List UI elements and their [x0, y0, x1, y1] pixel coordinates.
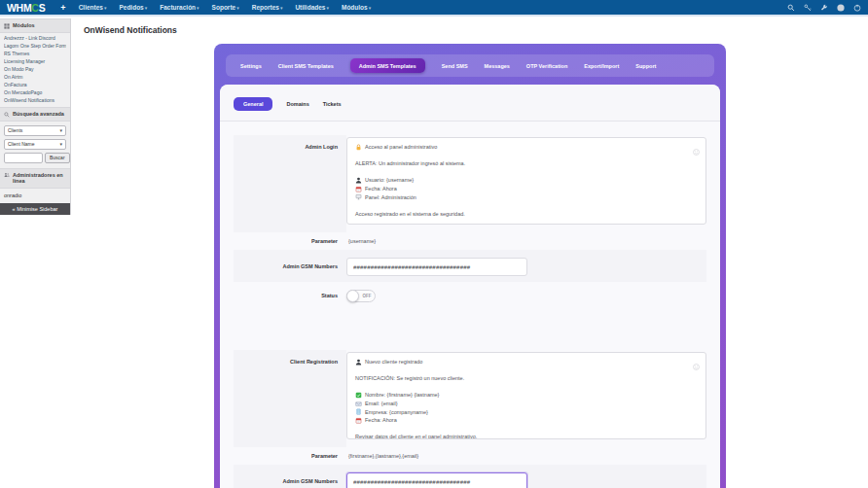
template-line: [355, 383, 698, 392]
chevron-down-icon: ▾: [369, 5, 372, 11]
form-row-status: Status OFF: [234, 282, 706, 309]
tab-settings[interactable]: Settings: [240, 63, 262, 69]
advanced-search: Clients ▾ Client Name ▾ Buscar: [0, 122, 70, 168]
field-label: Admin Login: [234, 135, 346, 232]
navbar-menu-clientes[interactable]: Clientes▾: [79, 4, 107, 11]
tab-messages[interactable]: Messages: [485, 63, 510, 69]
tab-support[interactable]: Support: [635, 63, 656, 69]
navbar-menu-m-dulos[interactable]: Módulos▾: [342, 4, 371, 11]
module-panel: GeneralDomainsTickets Admin Login Acceso…: [220, 85, 720, 488]
status-toggle[interactable]: OFF: [346, 290, 376, 302]
template-line: [355, 201, 698, 210]
people-icon: [4, 172, 10, 178]
chevron-down-icon: ▾: [59, 127, 62, 133]
chevron-down-icon: ▾: [197, 5, 199, 11]
subtab-tickets[interactable]: Tickets: [323, 101, 342, 107]
template-line: Nombre: {firstname} {lastname}: [355, 391, 698, 400]
tab-otp-verification[interactable]: OTP Verification: [526, 63, 567, 69]
chevron-down-icon: ▾: [59, 141, 62, 147]
wrench-icon[interactable]: [820, 4, 828, 12]
page-title: OnWisend Notifications: [84, 25, 868, 35]
tab-admin-sms-templates[interactable]: Admin SMS Templates: [350, 58, 425, 73]
subtab-domains[interactable]: Domains: [286, 101, 308, 107]
admin-avatar[interactable]: [837, 4, 845, 12]
form-row-admin-login: Admin Login Acceso al panel administrati…: [234, 135, 706, 232]
sidebar-link-rs-themes[interactable]: RS Themes: [4, 52, 66, 57]
sidebar-link-on-modo-pay[interactable]: On Modo Pay: [4, 67, 66, 73]
calendar-icon: [355, 417, 362, 424]
navbar-menu-reportes[interactable]: Reportes▾: [252, 4, 283, 11]
navbar-menu-pedidos[interactable]: Pedidos▾: [119, 4, 147, 11]
sidebar-link-licensing-manager[interactable]: Licensing Manager: [4, 59, 66, 65]
chevron-down-icon: ▾: [236, 5, 239, 11]
template-line: [355, 366, 698, 375]
search-icon[interactable]: [787, 4, 795, 12]
navbar-menu-soporte[interactable]: Soporte▾: [212, 4, 239, 11]
emoji-picker-icon[interactable]: [693, 142, 700, 149]
template-line: Nuevo cliente registrado: [355, 358, 698, 366]
add-shortcut-button[interactable]: +: [60, 3, 65, 13]
field-label: Parameter: [234, 238, 346, 244]
top-navbar: WHMCS + Clientes▾Pedidos▾Facturación▾Sop…: [0, 0, 868, 17]
search-type-select[interactable]: Clients ▾: [4, 125, 66, 136]
email-icon: [355, 401, 362, 407]
emoji-picker-icon[interactable]: [693, 357, 700, 364]
tab-export-import[interactable]: Export/Import: [584, 63, 619, 69]
template-line: Acceso registrado en el sistema de segur…: [355, 210, 698, 219]
template-line: Usuario: {username}: [355, 176, 698, 185]
sidebar-link-lagom-one-step-order-form[interactable]: Lagom One Step Order Form: [4, 44, 66, 50]
subtab-general[interactable]: General: [234, 97, 272, 111]
tab-client-sms-templates[interactable]: Client SMS Templates: [278, 63, 334, 69]
admin-login-template-editor[interactable]: Acceso al panel administrativo ALERTA: U…: [346, 137, 706, 225]
calendar-icon: [355, 186, 362, 192]
person-icon: [355, 359, 362, 366]
template-line: Panel: Administración: [355, 193, 698, 202]
template-line: Fecha: Ahora: [355, 185, 698, 193]
grid-icon: [4, 23, 10, 29]
admin-gsm-numbers-input[interactable]: [346, 258, 527, 276]
sidebar-link-andrezzz-link-discord[interactable]: Andrezzz - Link Discord: [4, 36, 66, 42]
logout-power-icon[interactable]: [853, 4, 861, 12]
parameter-value: {username}: [346, 238, 706, 244]
sidebar-link-onwisend-notifications[interactable]: OnWisend Notifications: [4, 98, 66, 104]
template-line: Revisar datos del cliente en el panel ad…: [355, 433, 698, 439]
building-icon: [355, 408, 362, 415]
template-line: NOTIFICACIÓN: Se registró un nuevo clien…: [355, 374, 698, 383]
sidebar-link-on-mercadopago[interactable]: On MercadoPago: [4, 90, 66, 96]
form-row-gsm-numbers: Admin GSM Numbers: [234, 250, 706, 282]
template-line: Acceso al panel administrativo: [355, 143, 698, 152]
sidebar-header-search: Búsqueda avanzada: [0, 107, 70, 122]
form-row-parameter: Parameter {username}: [234, 232, 706, 250]
client-registration-template-editor[interactable]: Nuevo cliente registrado NOTIFICACIÓN: S…: [346, 352, 706, 439]
template-line: Empresa: {companyname}: [355, 408, 698, 417]
module-card: SettingsClient SMS TemplatesAdmin SMS Te…: [214, 44, 726, 488]
sidebar-link-on-airtm[interactable]: On Airtm: [4, 75, 66, 81]
tab-send-sms[interactable]: Send SMS: [442, 63, 468, 69]
main-content: OnWisend Notifications SettingsClient SM…: [72, 18, 868, 488]
chevron-down-icon: ▾: [280, 5, 283, 11]
template-line: Email: {email}: [355, 400, 698, 408]
admin-gsm-numbers-input-focused[interactable]: [346, 472, 527, 488]
navbar-menu-utilidades[interactable]: Utilidades▾: [295, 4, 329, 11]
whmcs-logo[interactable]: WHMCS: [7, 2, 45, 14]
search-input[interactable]: [4, 153, 43, 163]
keys-icon[interactable]: [804, 4, 812, 12]
minimise-sidebar-button[interactable]: « Minimise Sidebar: [0, 203, 70, 215]
parameter-value: {firstname},{lastname},{email}: [346, 453, 706, 459]
field-label: Status: [234, 293, 346, 298]
section-gap: [234, 309, 706, 350]
sidebar-module-links: Andrezzz - Link DiscordLagom One Step Or…: [0, 33, 70, 108]
template-line: [355, 168, 698, 177]
navbar-menu-facturaci-n[interactable]: Facturación▾: [160, 4, 199, 11]
toggle-knob: [346, 290, 359, 302]
search-button[interactable]: Buscar: [45, 153, 70, 163]
check-icon: [355, 392, 362, 399]
online-admin-name: onradio: [0, 189, 70, 203]
sidebar-link-onfactura[interactable]: OnFactura: [4, 83, 66, 88]
person-icon: [355, 177, 362, 184]
form-row-client-registration: Client Registration Nuevo cliente regist…: [234, 350, 706, 447]
toggle-state-label: OFF: [359, 294, 375, 298]
sidebar-header-modules: Módulos: [0, 18, 70, 33]
field-label: Client Registration: [234, 350, 346, 447]
search-field-select[interactable]: Client Name ▾: [4, 139, 66, 150]
